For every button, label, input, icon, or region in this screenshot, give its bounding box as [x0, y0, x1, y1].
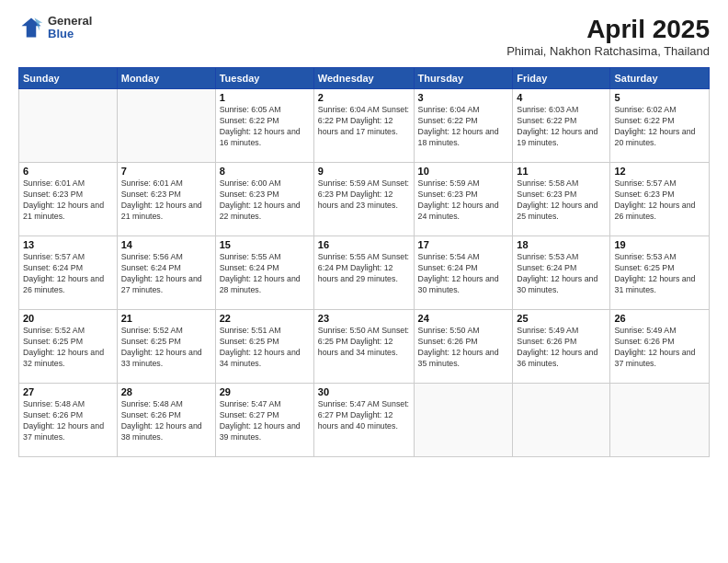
- table-row: 6Sunrise: 6:01 AM Sunset: 6:23 PM Daylig…: [19, 163, 118, 236]
- table-row: 2Sunrise: 6:04 AM Sunset: 6:22 PM Daylig…: [313, 89, 414, 163]
- day-number: 14: [121, 239, 211, 250]
- day-number: 24: [418, 313, 509, 324]
- day-info: Sunrise: 5:50 AM Sunset: 6:25 PM Dayligh…: [318, 326, 410, 359]
- logo-text: General Blue: [48, 15, 92, 41]
- day-info: Sunrise: 5:55 AM Sunset: 6:24 PM Dayligh…: [220, 252, 310, 296]
- logo: General Blue: [18, 15, 92, 41]
- col-monday: Monday: [117, 68, 215, 89]
- day-info: Sunrise: 6:00 AM Sunset: 6:23 PM Dayligh…: [220, 178, 310, 223]
- day-info: Sunrise: 5:52 AM Sunset: 6:25 PM Dayligh…: [121, 326, 211, 370]
- table-row: 18Sunrise: 5:53 AM Sunset: 6:24 PM Dayli…: [513, 236, 610, 310]
- day-number: 28: [121, 386, 211, 397]
- day-info: Sunrise: 5:51 AM Sunset: 6:25 PM Dayligh…: [220, 326, 310, 370]
- table-row: 24Sunrise: 5:50 AM Sunset: 6:26 PM Dayli…: [414, 310, 513, 384]
- table-row: 28Sunrise: 5:48 AM Sunset: 6:26 PM Dayli…: [117, 384, 215, 457]
- day-info: Sunrise: 5:47 AM Sunset: 6:27 PM Dayligh…: [318, 399, 410, 432]
- header: General Blue April 2025 Phimai, Nakhon R…: [18, 15, 710, 58]
- calendar-table: Sunday Monday Tuesday Wednesday Thursday…: [18, 67, 710, 457]
- day-info: Sunrise: 6:02 AM Sunset: 6:22 PM Dayligh…: [614, 105, 705, 149]
- day-number: 26: [614, 313, 705, 324]
- table-row: 13Sunrise: 5:57 AM Sunset: 6:24 PM Dayli…: [19, 236, 118, 310]
- col-saturday: Saturday: [610, 68, 710, 89]
- table-row: 30Sunrise: 5:47 AM Sunset: 6:27 PM Dayli…: [313, 384, 414, 457]
- day-number: 22: [220, 313, 310, 324]
- table-row: 17Sunrise: 5:54 AM Sunset: 6:24 PM Dayli…: [414, 236, 513, 310]
- table-row: 25Sunrise: 5:49 AM Sunset: 6:26 PM Dayli…: [513, 310, 610, 384]
- table-row: 9Sunrise: 5:59 AM Sunset: 6:23 PM Daylig…: [313, 163, 414, 236]
- day-number: 23: [318, 313, 410, 324]
- table-row: 15Sunrise: 5:55 AM Sunset: 6:24 PM Dayli…: [215, 236, 313, 310]
- day-info: Sunrise: 5:55 AM Sunset: 6:24 PM Dayligh…: [318, 252, 410, 285]
- col-sunday: Sunday: [19, 68, 118, 89]
- logo-blue: Blue: [48, 28, 92, 40]
- calendar-week-row: 20Sunrise: 5:52 AM Sunset: 6:25 PM Dayli…: [19, 310, 710, 384]
- day-number: 7: [121, 166, 211, 177]
- day-number: 6: [23, 166, 113, 177]
- table-row: 23Sunrise: 5:50 AM Sunset: 6:25 PM Dayli…: [313, 310, 414, 384]
- day-number: 30: [318, 386, 410, 397]
- day-info: Sunrise: 5:56 AM Sunset: 6:24 PM Dayligh…: [121, 252, 211, 296]
- table-row: 12Sunrise: 5:57 AM Sunset: 6:23 PM Dayli…: [610, 163, 710, 236]
- day-number: 25: [517, 313, 606, 324]
- day-info: Sunrise: 5:57 AM Sunset: 6:23 PM Dayligh…: [614, 178, 705, 223]
- table-row: 4Sunrise: 6:03 AM Sunset: 6:22 PM Daylig…: [513, 89, 610, 163]
- day-info: Sunrise: 5:58 AM Sunset: 6:23 PM Dayligh…: [517, 178, 606, 223]
- day-info: Sunrise: 6:04 AM Sunset: 6:22 PM Dayligh…: [318, 105, 410, 138]
- day-number: 13: [23, 239, 113, 250]
- day-number: 9: [318, 166, 410, 177]
- table-row: [414, 384, 513, 457]
- day-info: Sunrise: 6:05 AM Sunset: 6:22 PM Dayligh…: [220, 105, 310, 149]
- day-number: 21: [121, 313, 211, 324]
- calendar-header-row: Sunday Monday Tuesday Wednesday Thursday…: [19, 68, 710, 89]
- table-row: 11Sunrise: 5:58 AM Sunset: 6:23 PM Dayli…: [513, 163, 610, 236]
- table-row: 16Sunrise: 5:55 AM Sunset: 6:24 PM Dayli…: [313, 236, 414, 310]
- calendar-week-row: 1Sunrise: 6:05 AM Sunset: 6:22 PM Daylig…: [19, 89, 710, 163]
- day-number: 16: [318, 239, 410, 250]
- day-number: 29: [220, 386, 310, 397]
- day-number: 15: [220, 239, 310, 250]
- day-info: Sunrise: 5:59 AM Sunset: 6:23 PM Dayligh…: [418, 178, 509, 223]
- day-info: Sunrise: 5:53 AM Sunset: 6:24 PM Dayligh…: [517, 252, 606, 296]
- day-info: Sunrise: 5:52 AM Sunset: 6:25 PM Dayligh…: [23, 326, 113, 370]
- calendar-week-row: 27Sunrise: 5:48 AM Sunset: 6:26 PM Dayli…: [19, 384, 710, 457]
- day-info: Sunrise: 6:03 AM Sunset: 6:22 PM Dayligh…: [517, 105, 606, 149]
- calendar-week-row: 6Sunrise: 6:01 AM Sunset: 6:23 PM Daylig…: [19, 163, 710, 236]
- day-info: Sunrise: 5:54 AM Sunset: 6:24 PM Dayligh…: [418, 252, 509, 296]
- day-number: 3: [418, 92, 509, 103]
- table-row: 22Sunrise: 5:51 AM Sunset: 6:25 PM Dayli…: [215, 310, 313, 384]
- table-row: 21Sunrise: 5:52 AM Sunset: 6:25 PM Dayli…: [117, 310, 215, 384]
- day-info: Sunrise: 5:50 AM Sunset: 6:26 PM Dayligh…: [418, 326, 509, 370]
- day-info: Sunrise: 5:49 AM Sunset: 6:26 PM Dayligh…: [614, 326, 705, 370]
- calendar-title: April 2025: [506, 15, 710, 44]
- table-row: 8Sunrise: 6:00 AM Sunset: 6:23 PM Daylig…: [215, 163, 313, 236]
- calendar-week-row: 13Sunrise: 5:57 AM Sunset: 6:24 PM Dayli…: [19, 236, 710, 310]
- day-number: 5: [614, 92, 705, 103]
- day-number: 27: [23, 386, 113, 397]
- title-block: April 2025 Phimai, Nakhon Ratchasima, Th…: [506, 15, 710, 58]
- logo-icon: [18, 15, 44, 40]
- day-number: 1: [220, 92, 310, 103]
- table-row: 10Sunrise: 5:59 AM Sunset: 6:23 PM Dayli…: [414, 163, 513, 236]
- table-row: 20Sunrise: 5:52 AM Sunset: 6:25 PM Dayli…: [19, 310, 118, 384]
- table-row: 27Sunrise: 5:48 AM Sunset: 6:26 PM Dayli…: [19, 384, 118, 457]
- day-number: 10: [418, 166, 509, 177]
- day-info: Sunrise: 6:04 AM Sunset: 6:22 PM Dayligh…: [418, 105, 509, 149]
- day-info: Sunrise: 6:01 AM Sunset: 6:23 PM Dayligh…: [121, 178, 211, 223]
- day-info: Sunrise: 5:59 AM Sunset: 6:23 PM Dayligh…: [318, 178, 410, 212]
- calendar-subtitle: Phimai, Nakhon Ratchasima, Thailand: [506, 44, 710, 58]
- table-row: 29Sunrise: 5:47 AM Sunset: 6:27 PM Dayli…: [215, 384, 313, 457]
- day-number: 20: [23, 313, 113, 324]
- table-row: 14Sunrise: 5:56 AM Sunset: 6:24 PM Dayli…: [117, 236, 215, 310]
- day-number: 19: [614, 239, 705, 250]
- day-info: Sunrise: 5:47 AM Sunset: 6:27 PM Dayligh…: [220, 399, 310, 443]
- day-number: 12: [614, 166, 705, 177]
- col-friday: Friday: [513, 68, 610, 89]
- day-info: Sunrise: 5:48 AM Sunset: 6:26 PM Dayligh…: [121, 399, 211, 443]
- day-number: 8: [220, 166, 310, 177]
- table-row: 19Sunrise: 5:53 AM Sunset: 6:25 PM Dayli…: [610, 236, 710, 310]
- day-number: 2: [318, 92, 410, 103]
- table-row: 1Sunrise: 6:05 AM Sunset: 6:22 PM Daylig…: [215, 89, 313, 163]
- day-number: 18: [517, 239, 606, 250]
- col-wednesday: Wednesday: [313, 68, 414, 89]
- table-row: [117, 89, 215, 163]
